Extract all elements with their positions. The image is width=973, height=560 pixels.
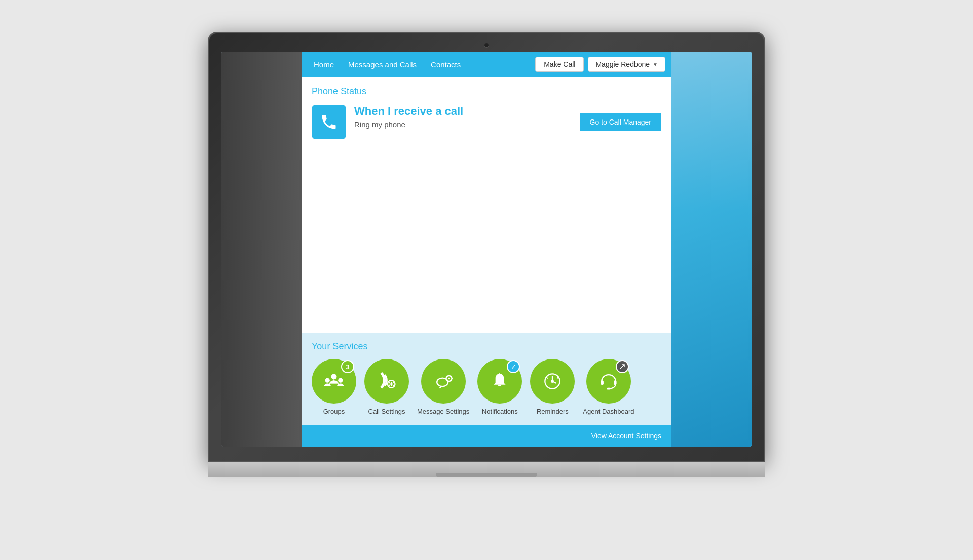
- reminders-icon-circle: [530, 359, 575, 404]
- groups-icon: [323, 370, 345, 392]
- services-section: Your Services: [302, 333, 671, 425]
- call-status-subtitle: Ring my phone: [354, 120, 572, 129]
- reminders-icon: [541, 370, 564, 392]
- agent-dashboard-icon: [597, 370, 620, 392]
- agent-dashboard-label: Agent Dashboard: [583, 408, 634, 415]
- message-settings-icon: [432, 370, 455, 392]
- call-status-title: When I receive a call: [354, 105, 572, 118]
- screen: Home Messages and Calls Contacts Make Ca…: [221, 52, 752, 447]
- svg-point-2: [338, 378, 343, 383]
- message-settings-label: Message Settings: [417, 408, 469, 415]
- laptop-container: Home Messages and Calls Contacts Make Ca…: [208, 32, 765, 528]
- svg-line-19: [451, 380, 452, 381]
- notifications-icon-circle: ✓: [477, 359, 522, 404]
- laptop-base: [208, 462, 765, 477]
- call-settings-icon-circle: [364, 359, 409, 404]
- nav-contacts[interactable]: Contacts: [425, 56, 467, 73]
- groups-label: Groups: [323, 408, 345, 415]
- call-info: When I receive a call Ring my phone: [354, 105, 572, 129]
- app-window: Home Messages and Calls Contacts Make Ca…: [302, 52, 671, 447]
- service-reminders[interactable]: Reminders: [530, 359, 575, 415]
- svg-point-26: [552, 380, 554, 382]
- nav-actions: Make Call Maggie Redbone ▼: [535, 57, 665, 72]
- main-content: Phone Status When I receive a call Ring …: [302, 77, 671, 447]
- dropdown-arrow-icon: ▼: [653, 62, 658, 67]
- phone-status-section: Phone Status When I receive a call Ring …: [302, 77, 671, 333]
- service-notifications[interactable]: ✓ Notifications: [477, 359, 522, 415]
- call-status-card: When I receive a call Ring my phone Go t…: [312, 105, 661, 139]
- groups-badge: 3: [341, 360, 354, 373]
- svg-line-18: [446, 376, 446, 376]
- user-name-label: Maggie Redbone: [595, 60, 650, 68]
- svg-point-1: [325, 378, 330, 383]
- svg-line-21: [446, 380, 446, 381]
- screen-bezel: Home Messages and Calls Contacts Make Ca…: [208, 32, 765, 462]
- go-to-call-manager-button[interactable]: Go to Call Manager: [580, 113, 661, 131]
- service-groups[interactable]: 3 Groups: [312, 359, 356, 415]
- phone-status-title: Phone Status: [312, 86, 661, 97]
- webcam: [484, 43, 489, 48]
- message-settings-icon-circle: [421, 359, 466, 404]
- svg-rect-31: [607, 388, 610, 390]
- nav-messages-and-calls[interactable]: Messages and Calls: [342, 56, 423, 73]
- agent-dashboard-badge: [616, 360, 629, 373]
- notifications-badge: ✓: [507, 360, 520, 373]
- agent-dashboard-icon-circle: [586, 359, 631, 404]
- service-message-settings[interactable]: Message Settings: [417, 359, 469, 415]
- nav-home[interactable]: Home: [308, 56, 340, 73]
- phone-icon: [320, 113, 338, 131]
- service-agent-dashboard[interactable]: Agent Dashboard: [583, 359, 634, 415]
- services-grid: 3 Groups: [312, 359, 661, 415]
- make-call-button[interactable]: Make Call: [535, 57, 584, 72]
- call-settings-label: Call Settings: [368, 408, 405, 415]
- navbar: Home Messages and Calls Contacts Make Ca…: [302, 52, 671, 77]
- groups-icon-circle: 3: [312, 359, 356, 404]
- reminders-label: Reminders: [537, 408, 569, 415]
- svg-rect-29: [601, 380, 604, 385]
- svg-point-10: [390, 383, 392, 385]
- svg-line-20: [451, 376, 452, 376]
- nav-links: Home Messages and Calls Contacts: [308, 56, 535, 73]
- bottom-bar: View Account Settings: [302, 425, 671, 447]
- notifications-label: Notifications: [482, 408, 518, 415]
- call-icon-box: [312, 105, 346, 139]
- call-settings-icon: [376, 370, 398, 392]
- view-account-settings-link[interactable]: View Account Settings: [591, 432, 661, 440]
- services-title: Your Services: [312, 341, 661, 352]
- user-menu-button[interactable]: Maggie Redbone ▼: [588, 57, 665, 72]
- svg-point-13: [448, 378, 450, 380]
- service-call-settings[interactable]: Call Settings: [364, 359, 409, 415]
- notifications-icon: [490, 370, 510, 392]
- svg-point-0: [331, 374, 337, 379]
